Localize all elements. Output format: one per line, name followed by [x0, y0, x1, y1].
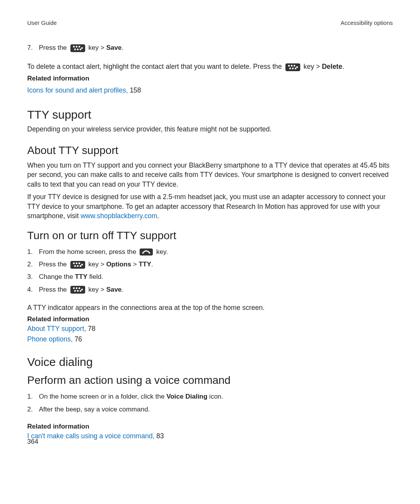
related-info-heading: Related information — [27, 75, 393, 82]
step-text: Press the — [39, 286, 67, 293]
related-info-heading: Related information — [27, 315, 393, 323]
step-text: From the home screen, press the — [39, 248, 136, 256]
period: . — [342, 63, 344, 70]
link-cant-make-calls[interactable]: I can't make calls using a voice command… — [27, 432, 154, 440]
about-tty-heading: About TTY support — [27, 144, 393, 157]
step-number: 3. — [27, 271, 39, 283]
about-tty-p1: When you turn on TTY support and you con… — [27, 161, 393, 189]
step-text: Press the — [39, 261, 67, 268]
menu-key-icon — [70, 44, 85, 52]
link-phone-options[interactable]: Phone options, — [27, 335, 73, 343]
step-text: After the beep, say a voice command. — [39, 403, 393, 416]
step-text: On the home screen or in a folder, click… — [39, 393, 166, 400]
tty-step-3: 3. Change the TTY field. — [27, 271, 393, 283]
turn-tty-heading: Turn on or turn off TTY support — [27, 229, 393, 242]
delete-pre: To delete a contact alert, highlight the… — [27, 63, 282, 70]
period: . — [122, 286, 124, 293]
step-number: 1. — [27, 246, 39, 258]
send-key-icon — [140, 248, 153, 256]
header-left: User Guide — [27, 19, 57, 26]
perform-voice-heading: Perform an action using a voice command — [27, 374, 393, 387]
tty-label: TTY — [139, 261, 151, 268]
tty-indicator-text: A TTY indicator appears in the connectio… — [27, 303, 393, 313]
step-number: 4. — [27, 284, 39, 296]
step-number: 2. — [27, 403, 39, 416]
link-about-tty[interactable]: About TTY support, — [27, 325, 86, 332]
step-number: 2. — [27, 258, 39, 271]
step-7: 7. Press the key > Save. — [27, 42, 393, 54]
tty-step-1: 1. From the home screen, press the key. — [27, 246, 393, 258]
link-page-ref: 76 — [73, 335, 82, 343]
step-text: key > — [88, 261, 106, 268]
step-number: 1. — [27, 390, 39, 403]
link-page-ref: 158 — [128, 86, 141, 94]
save-label: Save — [106, 44, 122, 51]
tty-step-4: 4. Press the key > Save. — [27, 284, 393, 296]
tty-field-label: TTY — [75, 273, 88, 280]
related-info-heading: Related information — [27, 423, 393, 430]
step-text: Change the — [39, 273, 75, 280]
step-text-pre: Press the — [39, 44, 67, 51]
tty-intro: Depending on your wireless service provi… — [27, 124, 393, 134]
about-tty-p2-post: . — [157, 212, 159, 220]
menu-key-icon — [70, 261, 85, 269]
menu-key-icon — [70, 286, 85, 294]
step-text: icon. — [207, 393, 223, 400]
step-text: field. — [88, 273, 103, 280]
delete-post-key: key > — [303, 63, 322, 70]
voice-step-2: 2. After the beep, say a voice command. — [27, 403, 393, 416]
step-number: 7. — [27, 42, 39, 54]
step-text: key > — [88, 286, 106, 293]
link-page-ref: 78 — [86, 325, 95, 332]
step-text: key. — [156, 248, 168, 256]
voice-dialing-heading: Voice dialing — [27, 355, 393, 369]
save-label: Save — [106, 286, 122, 293]
period: . — [151, 261, 153, 268]
options-label: Options — [106, 261, 131, 268]
page-number: 364 — [27, 438, 38, 446]
delete-label: Delete — [322, 63, 343, 70]
tty-step-2: 2. Press the key > Options > TTY. — [27, 258, 393, 271]
step-text-post-key: key > — [88, 44, 106, 51]
menu-key-icon — [285, 63, 300, 71]
header-right: Accessibility options — [341, 19, 393, 26]
voice-step-1: 1. On the home screen or in a folder, cl… — [27, 390, 393, 403]
link-page-ref: 83 — [154, 432, 164, 440]
period: . — [122, 44, 124, 51]
delete-contact-text: To delete a contact alert, highlight the… — [27, 62, 393, 72]
gt: > — [131, 261, 138, 268]
link-shopblackberry[interactable]: www.shopblackberry.com — [80, 212, 157, 220]
voice-dialing-label: Voice Dialing — [166, 393, 208, 400]
about-tty-p2: If your TTY device is designed for use w… — [27, 192, 393, 221]
tty-support-heading: TTY support — [27, 108, 393, 121]
link-icons-sound-alert[interactable]: Icons for sound and alert profiles, — [27, 86, 128, 94]
